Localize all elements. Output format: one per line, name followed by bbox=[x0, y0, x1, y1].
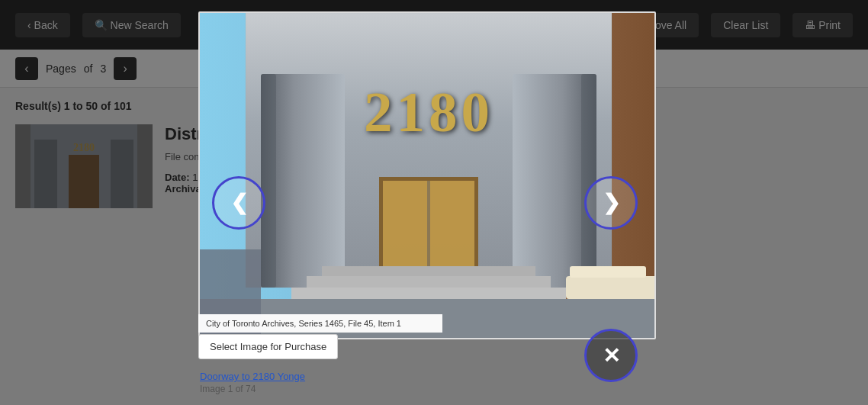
modal-link-subtext: Image 1 of 74 bbox=[200, 384, 256, 394]
select-image-button[interactable]: Select Image for Purchase bbox=[198, 334, 338, 359]
svg-rect-17 bbox=[379, 177, 478, 181]
svg-rect-19 bbox=[474, 177, 478, 268]
svg-rect-16 bbox=[430, 179, 474, 268]
modal-overlay: 2180 bbox=[0, 0, 868, 405]
svg-rect-22 bbox=[322, 266, 535, 276]
modal-image-box: 2180 bbox=[198, 11, 656, 339]
svg-text:2180: 2180 bbox=[364, 80, 493, 143]
building-image: 2180 bbox=[200, 13, 654, 338]
svg-rect-10 bbox=[261, 74, 276, 288]
svg-rect-18 bbox=[379, 177, 383, 268]
close-icon: ✕ bbox=[603, 343, 620, 368]
svg-rect-21 bbox=[307, 276, 551, 288]
nav-next-button[interactable]: ❯ bbox=[584, 176, 638, 230]
svg-rect-25 bbox=[570, 266, 646, 278]
prev-arrow-icon: ❮ bbox=[230, 190, 248, 215]
doorway-link[interactable]: Doorway to 2180 Yonge bbox=[200, 371, 305, 382]
nav-prev-button[interactable]: ❮ bbox=[212, 176, 265, 230]
modal-link-text: Doorway to 2180 Yonge bbox=[200, 371, 305, 382]
next-arrow-icon: ❯ bbox=[603, 190, 620, 215]
svg-rect-20 bbox=[291, 288, 566, 299]
modal-caption: City of Toronto Archives, Series 1465, F… bbox=[198, 314, 442, 333]
svg-rect-15 bbox=[383, 179, 427, 268]
building-svg: 2180 bbox=[200, 13, 654, 338]
close-button[interactable]: ✕ bbox=[584, 329, 638, 382]
svg-rect-24 bbox=[566, 276, 654, 299]
